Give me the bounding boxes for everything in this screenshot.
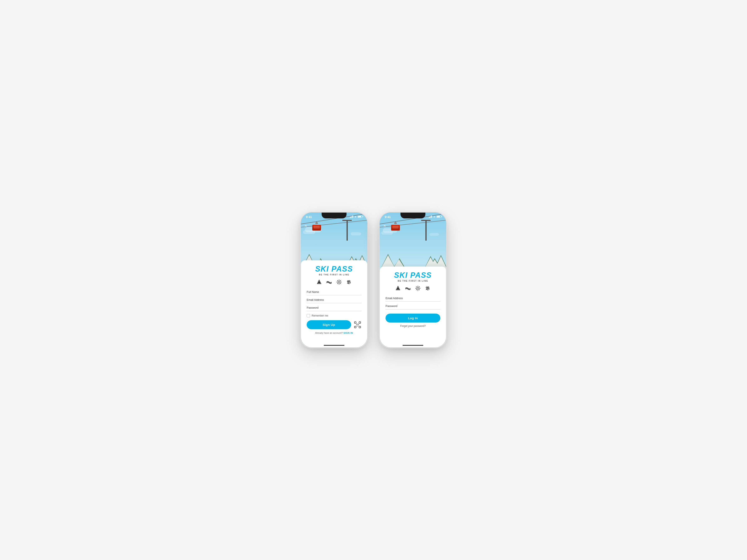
signup-phone: 9:41 ▲ × (301, 213, 367, 347)
face-id-button[interactable] (354, 321, 361, 329)
svg-line-55 (416, 289, 417, 290)
svg-point-30 (358, 324, 359, 325)
signup-screen: 9:41 ▲ × (301, 213, 367, 347)
svg-line-22 (340, 281, 341, 281)
login-button[interactable]: Log In (386, 314, 440, 322)
svg-line-23 (337, 283, 338, 284)
resort-icon-4: 𝔅 (346, 279, 352, 285)
fullname-field-group (307, 289, 361, 296)
resort-icon-2-login (405, 285, 411, 292)
bottom-text: Already have an account? (315, 331, 343, 334)
resort-icon-3 (336, 279, 342, 285)
remember-me-row: Remember me (307, 314, 361, 317)
svg-line-53 (419, 289, 419, 290)
gondola-login (391, 224, 400, 231)
email-field-group (307, 297, 361, 304)
signal-icon-login (429, 215, 432, 218)
trees-svg-login (380, 242, 446, 271)
signup-btn-row: Sign Up (307, 320, 361, 329)
svg-point-47 (417, 288, 419, 289)
wifi-icon: ▲ (354, 215, 357, 218)
svg-rect-28 (359, 326, 361, 328)
close-button-login[interactable]: × (383, 224, 386, 228)
login-screen: 9:41 ▲ × (380, 213, 446, 347)
signal-icon (350, 215, 353, 218)
signup-card: SKI PASS BE THE FIRST IN LINE 𝔅 (301, 260, 367, 347)
gondola (312, 224, 321, 231)
status-time-login: 9:41 (385, 215, 391, 219)
email-input[interactable] (307, 297, 361, 303)
email-field-group-login (386, 295, 440, 302)
phones-container: 9:41 ▲ × (301, 213, 446, 347)
password-field-group (307, 304, 361, 312)
signup-button[interactable]: Sign Up (307, 320, 351, 329)
bottom-link: Already have an account? SIGN IN (307, 331, 361, 334)
resort-icon-4-login: 𝔅 (424, 285, 431, 292)
email-input-login[interactable] (386, 295, 440, 301)
login-card: SKI PASS BE THE FIRST IN LINE 𝔅 (380, 267, 446, 347)
password-input[interactable] (307, 304, 361, 311)
status-icons-login: ▲ (429, 215, 441, 218)
resort-icon-3-login (415, 285, 421, 292)
login-btn-row: Log In (386, 314, 440, 322)
app-subtitle: BE THE FIRST IN LINE (307, 273, 361, 276)
remember-me-label: Remember me (312, 314, 328, 317)
svg-line-20 (337, 281, 338, 281)
forgot-password-link[interactable]: Forgot your password? (386, 325, 440, 327)
svg-rect-27 (354, 326, 356, 328)
home-indicator (324, 345, 344, 346)
svg-point-15 (338, 281, 340, 283)
status-icons: ▲ (350, 215, 362, 218)
close-button[interactable]: × (305, 224, 307, 228)
resort-icons-row: 𝔅 (307, 279, 361, 285)
wifi-icon-login: ▲ (433, 215, 436, 218)
svg-line-54 (419, 287, 419, 288)
home-indicator-login (403, 345, 423, 346)
svg-rect-26 (359, 322, 361, 323)
resort-icon-1-login (395, 285, 401, 292)
status-time: 9:41 (306, 215, 312, 219)
app-title: SKI PASS (307, 265, 361, 273)
notch-login (401, 213, 426, 218)
svg-line-52 (416, 287, 417, 288)
resort-icon-1 (316, 279, 323, 285)
password-field-group-login (386, 303, 440, 310)
resort-icons-row-login: 𝔅 (386, 285, 440, 292)
app-title-login: SKI PASS (386, 271, 440, 279)
svg-text:𝔅: 𝔅 (426, 286, 430, 291)
resort-icon-2 (326, 279, 332, 285)
notch (321, 213, 346, 218)
login-phone: 9:41 ▲ × (380, 213, 446, 347)
battery-icon (358, 215, 362, 218)
fullname-input[interactable] (307, 289, 361, 295)
svg-point-29 (356, 324, 357, 325)
app-subtitle-login: BE THE FIRST IN LINE (386, 280, 440, 282)
sign-in-link[interactable]: SIGN IN (343, 331, 353, 334)
battery-icon-login (437, 215, 441, 218)
remember-me-checkbox[interactable] (307, 314, 310, 317)
svg-rect-25 (354, 322, 356, 323)
password-input-login[interactable] (386, 303, 440, 310)
svg-line-21 (340, 283, 341, 284)
svg-text:𝔅: 𝔅 (347, 279, 351, 285)
